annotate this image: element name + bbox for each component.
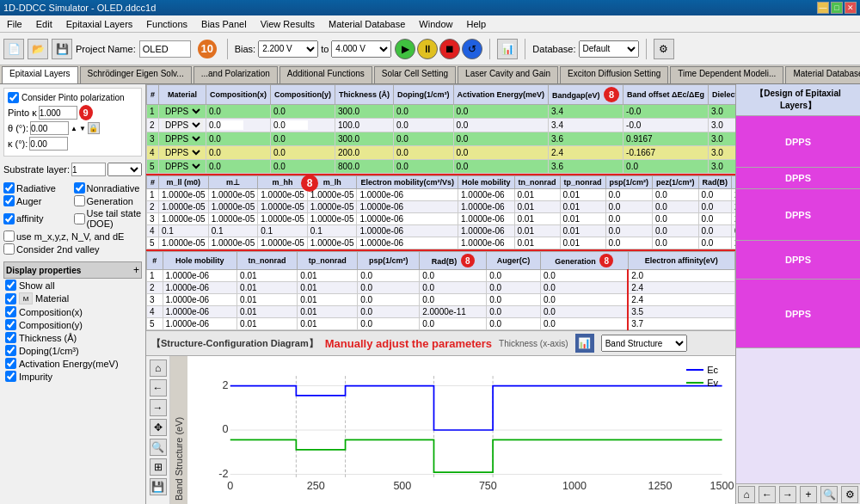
table-row: 3 DPPS 300.0 0.0 0.0 3.6 0.9167 3.0 bbox=[147, 132, 736, 146]
tab-solar-cell[interactable]: Solar Cell Setting bbox=[374, 66, 456, 83]
tab-epitaxial-layers[interactable]: Epitaxial Layers bbox=[2, 66, 78, 83]
menu-view-results[interactable]: View Results bbox=[257, 17, 318, 31]
open-button[interactable]: 📂 bbox=[28, 39, 48, 59]
kappa-input[interactable] bbox=[29, 137, 68, 151]
th3-gen: Generation 8 bbox=[540, 252, 628, 270]
cb-impurity[interactable] bbox=[5, 371, 16, 382]
cb-comp-y[interactable] bbox=[5, 319, 16, 330]
cb-mxyz[interactable] bbox=[3, 230, 15, 242]
cb-material[interactable] bbox=[5, 293, 16, 304]
cb-radiative[interactable] bbox=[3, 182, 15, 194]
table-row: 40.10.10.10.11.0000e-061.0000e-060.010.0… bbox=[147, 225, 736, 237]
display-props-header: Display properties + bbox=[3, 261, 142, 279]
th2-tp: tp_nonrad bbox=[560, 176, 605, 189]
th2-pez: pez(1/cm²) bbox=[653, 176, 699, 189]
cb-doping[interactable] bbox=[5, 345, 16, 356]
forward-btn[interactable]: → bbox=[150, 399, 167, 416]
save-chart-btn[interactable]: 💾 bbox=[150, 478, 167, 495]
substrate-select[interactable] bbox=[108, 163, 142, 176]
run-button-blue[interactable]: ↺ bbox=[462, 39, 482, 59]
cb-2nd-valley[interactable] bbox=[3, 243, 15, 255]
theta-dn-btn[interactable]: ▼ bbox=[79, 125, 86, 132]
new-button[interactable]: 📄 bbox=[3, 39, 24, 59]
home-btn[interactable]: ⌂ bbox=[150, 360, 167, 377]
tab-exciton[interactable]: Exciton Diffusion Setting bbox=[560, 66, 668, 83]
cb-tail-state[interactable] bbox=[74, 213, 85, 224]
run-button-red[interactable]: ⏹ bbox=[439, 39, 460, 59]
project-name-input[interactable] bbox=[139, 40, 191, 58]
th3-num: # bbox=[147, 252, 163, 270]
tables-area: # Material Composition(x) Composition(y)… bbox=[146, 84, 735, 330]
chart-button[interactable]: 📊 bbox=[497, 39, 518, 59]
cb-nonradiative[interactable] bbox=[74, 182, 85, 194]
rp-back-btn[interactable]: ← bbox=[759, 486, 776, 503]
rp-settings-btn[interactable]: ⚙ bbox=[841, 486, 858, 503]
pinto-checkbox[interactable] bbox=[8, 92, 19, 103]
substrate-input[interactable] bbox=[71, 163, 106, 176]
menu-functions[interactable]: Functions bbox=[143, 17, 191, 31]
cb-comp-x[interactable] bbox=[5, 306, 16, 317]
menu-bias-panel[interactable]: Bias Panel bbox=[198, 17, 250, 31]
th3-rad: Rad(B) 8 bbox=[420, 252, 487, 270]
chart-type-select[interactable]: Band Structure bbox=[601, 335, 687, 352]
cb-thickness[interactable] bbox=[5, 332, 16, 343]
rp-home-btn[interactable]: ⌂ bbox=[738, 486, 755, 503]
close-button[interactable]: ✕ bbox=[845, 2, 857, 14]
pinto-section: Consider Pinto polarization Pinto κ 9 θ … bbox=[3, 88, 142, 157]
run-button-yellow[interactable]: ⏸ bbox=[417, 39, 438, 59]
cb-auger[interactable] bbox=[3, 195, 15, 206]
settings-button[interactable]: ⚙ bbox=[654, 39, 674, 59]
layer-block-4: DPPS bbox=[736, 241, 860, 280]
theta-up-btn[interactable]: ▲ bbox=[71, 125, 77, 132]
menu-material-db[interactable]: Material Database bbox=[325, 17, 408, 31]
tab-additional-functions[interactable]: Additional Functions bbox=[280, 66, 372, 83]
tab-material-db[interactable]: Material Database bbox=[785, 66, 860, 83]
menu-file[interactable]: File bbox=[3, 17, 26, 31]
tab-polarization[interactable]: ...and Polarization bbox=[194, 66, 278, 83]
menu-window[interactable]: Window bbox=[415, 17, 456, 31]
zoom-in-btn[interactable]: 🔍 bbox=[150, 439, 167, 456]
th2-mll: m_ll (m0) bbox=[159, 176, 209, 189]
menu-epitaxial[interactable]: Epitaxial Layers bbox=[63, 17, 137, 31]
rp-plus-btn[interactable]: + bbox=[800, 486, 817, 503]
run-button-green[interactable]: ▶ bbox=[395, 39, 415, 59]
db-label: Database: bbox=[532, 44, 575, 54]
theta-lock-btn[interactable]: 🔒 bbox=[88, 122, 100, 134]
chart-icon-btn[interactable]: 📊 bbox=[575, 334, 594, 353]
tab-schrodinger[interactable]: Schrödinger Eigen Solv... bbox=[80, 66, 192, 83]
menu-edit[interactable]: Edit bbox=[33, 17, 56, 31]
pinto-p-input[interactable] bbox=[39, 106, 77, 120]
tab-laser-cavity[interactable]: Laser Cavity and Gain bbox=[458, 66, 558, 83]
pinto-p-label: Pinto κ bbox=[8, 108, 37, 118]
theta-input[interactable] bbox=[30, 121, 69, 135]
cb-affinity[interactable] bbox=[3, 213, 15, 224]
save-button[interactable]: 💾 bbox=[52, 39, 72, 59]
table-row: 4 DPPS 200.0 0.0 0.0 2.4 -0.1667 3.0 bbox=[147, 146, 736, 160]
bias-start-select[interactable]: 2.200 V bbox=[258, 40, 318, 58]
th2-auger: Auger(C) bbox=[732, 176, 735, 189]
tab-time-dependent[interactable]: Time Dependent Modeli... bbox=[670, 66, 783, 83]
rp-forward-btn[interactable]: → bbox=[779, 486, 796, 503]
cb-show-all[interactable] bbox=[5, 280, 16, 291]
project-name-section: Project Name: bbox=[76, 40, 191, 58]
badge-10: 10 bbox=[198, 40, 217, 58]
th-material: Material bbox=[159, 85, 206, 105]
maximize-button[interactable]: □ bbox=[831, 2, 843, 14]
add-prop-btn[interactable]: + bbox=[133, 264, 139, 276]
db-select[interactable]: Default bbox=[579, 40, 639, 58]
svg-text:1250: 1250 bbox=[648, 480, 673, 492]
right-panel: 【Design of Epitaxial Layers】 DPPS DPPS D… bbox=[735, 84, 860, 504]
menu-help[interactable]: Help bbox=[463, 17, 489, 31]
bias-end-select[interactable]: 4.000 V bbox=[331, 40, 391, 58]
rp-zoom-btn[interactable]: 🔍 bbox=[820, 486, 838, 503]
back-btn[interactable]: ← bbox=[150, 379, 167, 396]
center-panel: # Material Composition(x) Composition(y)… bbox=[146, 84, 735, 504]
th3-ea: Electron affinity(eV) bbox=[628, 252, 734, 270]
right-panel-title: 【Design of Epitaxial Layers】 bbox=[736, 84, 860, 116]
cb-generation[interactable] bbox=[74, 195, 85, 206]
pan-btn[interactable]: ✥ bbox=[150, 419, 167, 436]
minimize-button[interactable]: — bbox=[817, 2, 829, 14]
cb-act-energy[interactable] bbox=[5, 358, 16, 369]
zoom-rect-btn[interactable]: ⊞ bbox=[150, 458, 167, 476]
toolbar: 📄 📂 💾 Project Name: 10 Bias: 2.200 V to … bbox=[0, 33, 860, 65]
